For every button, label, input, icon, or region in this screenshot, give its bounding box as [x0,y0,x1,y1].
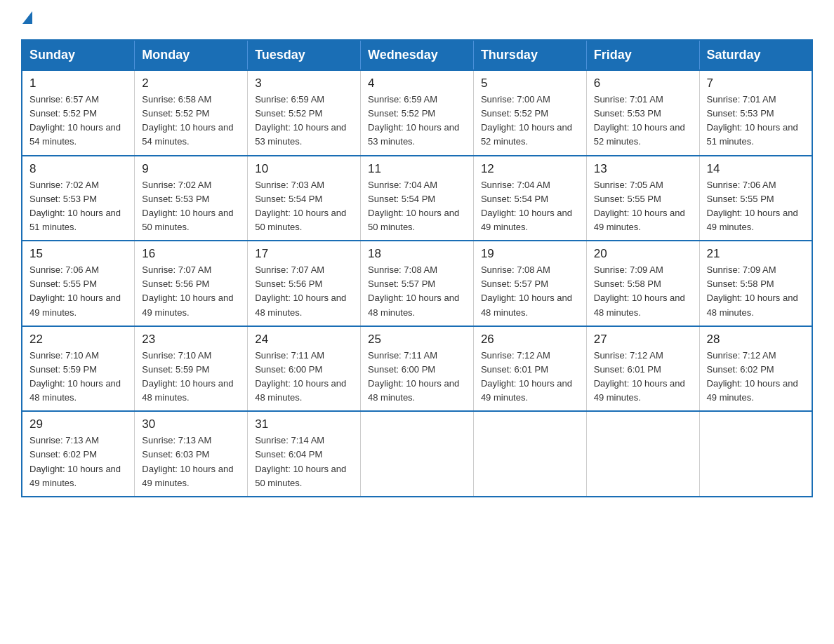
day-info: Sunrise: 7:12 AMSunset: 6:01 PMDaylight:… [481,350,572,403]
calendar-week-row: 29 Sunrise: 7:13 AMSunset: 6:02 PMDaylig… [22,411,812,497]
calendar-week-row: 22 Sunrise: 7:10 AMSunset: 5:59 PMDaylig… [22,326,812,412]
logo [21,14,32,27]
day-info: Sunrise: 7:13 AMSunset: 6:03 PMDaylight:… [142,435,233,488]
calendar-week-row: 15 Sunrise: 7:06 AMSunset: 5:55 PMDaylig… [22,241,812,326]
calendar-cell: 9 Sunrise: 7:02 AMSunset: 5:53 PMDayligh… [135,156,248,241]
day-info: Sunrise: 7:08 AMSunset: 5:57 PMDaylight:… [481,264,572,317]
day-info: Sunrise: 7:00 AMSunset: 5:52 PMDaylight:… [481,94,572,147]
day-number: 1 [29,76,127,90]
calendar-cell: 2 Sunrise: 6:58 AMSunset: 5:52 PMDayligh… [135,70,248,156]
day-number: 22 [29,333,127,347]
day-info: Sunrise: 7:09 AMSunset: 5:58 PMDaylight:… [707,264,798,317]
calendar-cell: 20 Sunrise: 7:09 AMSunset: 5:58 PMDaylig… [586,241,699,326]
day-number: 27 [594,333,692,347]
calendar-cell: 26 Sunrise: 7:12 AMSunset: 6:01 PMDaylig… [473,326,586,412]
calendar-cell: 30 Sunrise: 7:13 AMSunset: 6:03 PMDaylig… [135,411,248,497]
day-number: 26 [481,333,579,347]
day-number: 9 [142,162,240,176]
calendar-header-monday: Monday [135,40,248,70]
day-info: Sunrise: 7:10 AMSunset: 5:59 PMDaylight:… [29,350,121,403]
calendar-week-row: 1 Sunrise: 6:57 AMSunset: 5:52 PMDayligh… [22,70,812,156]
calendar-cell: 25 Sunrise: 7:11 AMSunset: 6:00 PMDaylig… [361,326,474,412]
calendar-cell [699,411,812,497]
day-info: Sunrise: 7:03 AMSunset: 5:54 PMDaylight:… [255,180,346,232]
day-number: 3 [255,76,353,90]
calendar-cell [586,411,699,497]
day-info: Sunrise: 7:01 AMSunset: 5:53 PMDaylight:… [594,94,685,147]
day-info: Sunrise: 7:12 AMSunset: 6:01 PMDaylight:… [594,350,685,403]
calendar-header-thursday: Thursday [473,40,586,70]
calendar-cell [361,411,474,497]
calendar-cell: 8 Sunrise: 7:02 AMSunset: 5:53 PMDayligh… [22,156,135,241]
calendar-cell: 16 Sunrise: 7:07 AMSunset: 5:56 PMDaylig… [135,241,248,326]
day-info: Sunrise: 7:13 AMSunset: 6:02 PMDaylight:… [29,435,121,488]
day-info: Sunrise: 7:02 AMSunset: 5:53 PMDaylight:… [29,180,121,232]
calendar-cell: 12 Sunrise: 7:04 AMSunset: 5:54 PMDaylig… [473,156,586,241]
day-number: 16 [142,247,240,261]
day-info: Sunrise: 7:04 AMSunset: 5:54 PMDaylight:… [368,180,459,232]
logo-arrow-icon [22,11,32,24]
calendar-cell: 10 Sunrise: 7:03 AMSunset: 5:54 PMDaylig… [248,156,361,241]
day-info: Sunrise: 6:59 AMSunset: 5:52 PMDaylight:… [255,94,346,147]
day-number: 17 [255,247,353,261]
day-number: 30 [142,417,240,431]
day-number: 2 [142,76,240,90]
day-number: 28 [707,333,805,347]
day-info: Sunrise: 7:04 AMSunset: 5:54 PMDaylight:… [481,180,572,232]
day-number: 29 [29,417,127,431]
day-info: Sunrise: 6:57 AMSunset: 5:52 PMDaylight:… [29,94,121,147]
day-number: 15 [29,247,127,261]
day-number: 14 [707,162,805,176]
day-number: 20 [594,247,692,261]
day-number: 5 [481,76,579,90]
calendar-cell: 6 Sunrise: 7:01 AMSunset: 5:53 PMDayligh… [586,70,699,156]
calendar-cell: 23 Sunrise: 7:10 AMSunset: 5:59 PMDaylig… [135,326,248,412]
calendar-week-row: 8 Sunrise: 7:02 AMSunset: 5:53 PMDayligh… [22,156,812,241]
calendar-cell: 11 Sunrise: 7:04 AMSunset: 5:54 PMDaylig… [361,156,474,241]
day-info: Sunrise: 7:01 AMSunset: 5:53 PMDaylight:… [707,94,798,147]
calendar-cell: 28 Sunrise: 7:12 AMSunset: 6:02 PMDaylig… [699,326,812,412]
day-info: Sunrise: 7:11 AMSunset: 6:00 PMDaylight:… [255,350,346,403]
day-number: 13 [594,162,692,176]
day-info: Sunrise: 7:14 AMSunset: 6:04 PMDaylight:… [255,435,346,488]
day-info: Sunrise: 7:12 AMSunset: 6:02 PMDaylight:… [707,350,798,403]
day-number: 11 [368,162,466,176]
calendar-cell: 18 Sunrise: 7:08 AMSunset: 5:57 PMDaylig… [361,241,474,326]
calendar-cell [473,411,586,497]
day-info: Sunrise: 6:58 AMSunset: 5:52 PMDaylight:… [142,94,233,147]
calendar-header-saturday: Saturday [699,40,812,70]
day-info: Sunrise: 7:06 AMSunset: 5:55 PMDaylight:… [707,180,798,232]
day-info: Sunrise: 7:07 AMSunset: 5:56 PMDaylight:… [142,264,233,317]
calendar-cell: 4 Sunrise: 6:59 AMSunset: 5:52 PMDayligh… [361,70,474,156]
calendar-header-wednesday: Wednesday [361,40,474,70]
calendar-header-row: SundayMondayTuesdayWednesdayThursdayFrid… [22,40,812,70]
day-info: Sunrise: 6:59 AMSunset: 5:52 PMDaylight:… [368,94,459,147]
day-number: 7 [707,76,805,90]
day-info: Sunrise: 7:05 AMSunset: 5:55 PMDaylight:… [594,180,685,232]
calendar-cell: 19 Sunrise: 7:08 AMSunset: 5:57 PMDaylig… [473,241,586,326]
calendar-cell: 3 Sunrise: 6:59 AMSunset: 5:52 PMDayligh… [248,70,361,156]
calendar-cell: 15 Sunrise: 7:06 AMSunset: 5:55 PMDaylig… [22,241,135,326]
day-number: 6 [594,76,692,90]
day-number: 10 [255,162,353,176]
day-number: 31 [255,417,353,431]
calendar-cell: 27 Sunrise: 7:12 AMSunset: 6:01 PMDaylig… [586,326,699,412]
page-header [21,14,813,27]
day-number: 19 [481,247,579,261]
calendar-cell: 29 Sunrise: 7:13 AMSunset: 6:02 PMDaylig… [22,411,135,497]
day-number: 23 [142,333,240,347]
day-number: 24 [255,333,353,347]
calendar-cell: 31 Sunrise: 7:14 AMSunset: 6:04 PMDaylig… [248,411,361,497]
day-info: Sunrise: 7:07 AMSunset: 5:56 PMDaylight:… [255,264,346,317]
calendar-header-tuesday: Tuesday [248,40,361,70]
day-info: Sunrise: 7:02 AMSunset: 5:53 PMDaylight:… [142,180,233,232]
day-info: Sunrise: 7:08 AMSunset: 5:57 PMDaylight:… [368,264,459,317]
day-info: Sunrise: 7:09 AMSunset: 5:58 PMDaylight:… [594,264,685,317]
day-number: 12 [481,162,579,176]
day-number: 4 [368,76,466,90]
calendar-cell: 5 Sunrise: 7:00 AMSunset: 5:52 PMDayligh… [473,70,586,156]
calendar-cell: 7 Sunrise: 7:01 AMSunset: 5:53 PMDayligh… [699,70,812,156]
calendar-cell: 1 Sunrise: 6:57 AMSunset: 5:52 PMDayligh… [22,70,135,156]
calendar-cell: 17 Sunrise: 7:07 AMSunset: 5:56 PMDaylig… [248,241,361,326]
calendar-cell: 24 Sunrise: 7:11 AMSunset: 6:00 PMDaylig… [248,326,361,412]
